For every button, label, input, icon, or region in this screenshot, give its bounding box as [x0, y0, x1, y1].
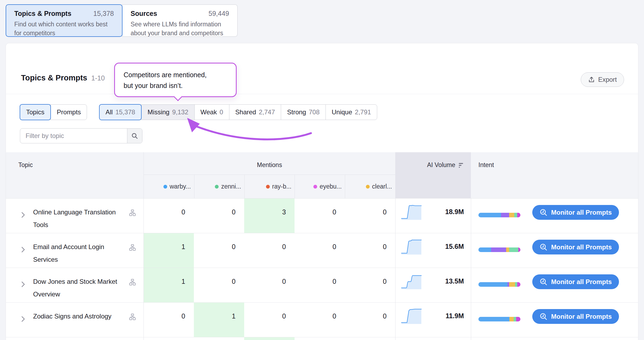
- table-row[interactable]: Email and Account Login Services 1 0 0 0…: [6, 233, 638, 268]
- column-topic[interactable]: Topic: [6, 152, 144, 198]
- column-ai-volume[interactable]: AI Volume: [395, 152, 471, 198]
- topics-table: Topic Mentions warby... zenni... ray-b..…: [6, 152, 638, 340]
- mention-cell: 3: [244, 199, 295, 233]
- annotation-tooltip: Competitors are mentioned, but your bran…: [114, 63, 237, 97]
- trend-sparkline: [399, 308, 424, 324]
- ai-volume-cell: 18.9M: [395, 199, 471, 233]
- monitor-all-prompts-button[interactable]: Monitor all Prompts: [532, 274, 619, 289]
- card-count: 15,378: [93, 10, 114, 17]
- topic-filter-input[interactable]: [20, 129, 127, 143]
- mention-cell: 0: [144, 199, 194, 233]
- mention-cell: 0: [194, 199, 244, 233]
- column-mentions: Mentions: [144, 152, 395, 175]
- column-competitor-warby[interactable]: warby...: [144, 175, 194, 198]
- card-title: Sources: [131, 10, 157, 17]
- filter-all[interactable]: All15,378: [99, 104, 142, 120]
- sort-descending-icon: [458, 162, 464, 169]
- mention-cell: 0: [345, 233, 395, 268]
- intent-cell: Monitor all Prompts: [471, 268, 638, 302]
- ai-volume-cell: 13.5M: [395, 268, 471, 302]
- column-group-mentions: Mentions warby... zenni... ray-b... eyeb…: [144, 152, 395, 198]
- topic-cell: Zodiac Signs and Astrology: [6, 303, 144, 337]
- filter-shared[interactable]: Shared2,747: [229, 105, 281, 120]
- column-competitor-eyebu[interactable]: eyebu...: [295, 175, 345, 198]
- filter-missing[interactable]: Missing9,132: [141, 105, 194, 120]
- competitor-header-row: warby... zenni... ray-b... eyebu... clea…: [144, 175, 395, 198]
- filter-unique[interactable]: Unique2,791: [326, 105, 377, 120]
- column-competitor-clearl[interactable]: clearl...: [345, 175, 395, 198]
- topic-cell: Dow Jones and Stock Market Overview: [6, 268, 144, 302]
- mention-cell: 0: [244, 233, 295, 268]
- topic-name[interactable]: Dow Jones and Stock Market Overview: [33, 278, 117, 298]
- topic-name[interactable]: Zodiac Signs and Astrology: [33, 313, 111, 320]
- competitor-dot: [366, 185, 370, 189]
- panel-header: Topics & Prompts 1-10: [21, 73, 105, 82]
- annotation-text-line2: but your brand isn’t.: [124, 80, 236, 91]
- annotation-text-line1: Competitors are mentioned,: [124, 69, 236, 80]
- intent-bar: [478, 247, 520, 252]
- card-topics-prompts[interactable]: Topics & Prompts 15,378 Find out which c…: [6, 4, 122, 37]
- mention-cell: 0: [144, 303, 194, 337]
- expand-chevron-icon[interactable]: [21, 279, 25, 291]
- filter-strong[interactable]: Strong708: [281, 105, 326, 120]
- trend-sparkline: [399, 238, 424, 255]
- mention-cell: 0: [295, 268, 345, 302]
- mention-cell: 0: [194, 268, 244, 302]
- monitor-magnifier-icon: [540, 278, 548, 286]
- intent-bar: [478, 317, 520, 321]
- competitor-dot: [266, 185, 270, 189]
- mention-cell: 1: [194, 303, 244, 337]
- expand-chevron-icon[interactable]: [21, 209, 25, 222]
- competitor-dot: [163, 185, 167, 189]
- competitor-dot: [313, 185, 317, 189]
- mention-cell: 0: [345, 199, 395, 233]
- export-icon: [588, 76, 595, 83]
- search-button[interactable]: [127, 129, 142, 143]
- mention-cell: 0: [295, 233, 345, 268]
- competitor-dot: [215, 185, 219, 189]
- column-intent: Intent: [471, 152, 638, 198]
- mention-cell: 0: [295, 303, 345, 337]
- monitor-all-prompts-button[interactable]: Monitor all Prompts: [532, 205, 619, 220]
- intent-cell: Monitor all Prompts: [471, 233, 638, 268]
- mention-cell: 0: [194, 233, 244, 268]
- panel-title: Topics & Prompts: [21, 73, 87, 82]
- ai-volume-value: 13.5M: [445, 277, 464, 285]
- table-row[interactable]: Zodiac Signs and Astrology 0 1 0 0 0 11.…: [6, 303, 638, 337]
- monitor-all-prompts-button[interactable]: Monitor all Prompts: [532, 309, 619, 324]
- topic-cell: Online Language Translation Tools: [6, 199, 144, 233]
- monitor-magnifier-icon: [540, 243, 548, 251]
- tab-topics[interactable]: Topics: [20, 104, 51, 120]
- monitor-magnifier-icon: [540, 313, 548, 321]
- page: Topics & Prompts 15,378 Find out which c…: [0, 0, 644, 340]
- mention-filter-group: All15,378 Missing9,132 Weak0 Shared2,747…: [99, 104, 377, 120]
- table-row[interactable]: Online Language Translation Tools 0 0 3 …: [6, 199, 638, 233]
- intent-bar: [478, 282, 520, 287]
- mention-cell: 0: [345, 268, 395, 302]
- subtopics-icon[interactable]: [129, 277, 136, 290]
- monitor-magnifier-icon: [540, 208, 548, 217]
- table-row-partial: [6, 337, 638, 340]
- export-button[interactable]: Export: [581, 72, 624, 87]
- topic-filter: [20, 128, 142, 143]
- subtopics-icon[interactable]: [129, 208, 136, 220]
- table-row[interactable]: Dow Jones and Stock Market Overview 1 0 …: [6, 268, 638, 303]
- trend-sparkline: [399, 204, 424, 220]
- topic-name[interactable]: Email and Account Login Services: [33, 243, 104, 263]
- card-sources[interactable]: Sources 59,449 See where LLMs find infor…: [122, 4, 238, 37]
- card-description: See where LLMs find information about yo…: [131, 20, 229, 37]
- column-competitor-zenni[interactable]: zenni...: [194, 175, 244, 198]
- expand-chevron-icon[interactable]: [21, 244, 25, 257]
- subtopics-icon[interactable]: [129, 312, 136, 324]
- column-competitor-rayb[interactable]: ray-b...: [244, 175, 295, 198]
- ai-volume-value: 18.9M: [445, 208, 464, 216]
- trend-sparkline: [399, 273, 424, 290]
- intent-cell: Monitor all Prompts: [471, 303, 638, 337]
- subtopics-icon[interactable]: [129, 242, 136, 255]
- expand-chevron-icon[interactable]: [21, 313, 25, 326]
- monitor-all-prompts-button[interactable]: Monitor all Prompts: [532, 240, 619, 254]
- topic-name[interactable]: Online Language Translation Tools: [33, 208, 116, 228]
- tab-prompts[interactable]: Prompts: [51, 105, 87, 120]
- filter-weak[interactable]: Weak0: [194, 105, 229, 120]
- mention-cell: 0: [244, 303, 295, 337]
